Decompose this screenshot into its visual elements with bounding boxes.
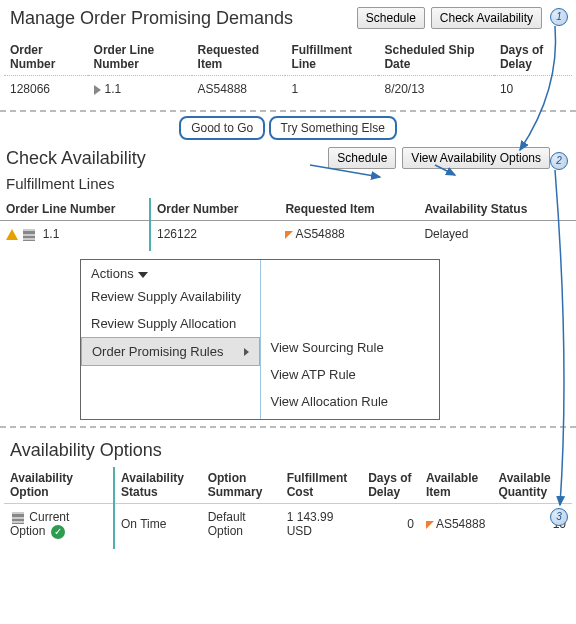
schedule-button[interactable]: Schedule [357, 7, 425, 29]
col-req-item: Requested Item [192, 39, 286, 76]
cell-fcost: 1 143.99 USD [281, 504, 362, 549]
availability-options-table: Availability Option Availability Status … [4, 467, 572, 549]
cell-fline: 1 [285, 76, 378, 107]
cell-ship-date: 8/20/13 [378, 76, 493, 107]
menu-order-promising-rules[interactable]: Order Promising Rules [81, 337, 260, 366]
cell-item: AS54888 [192, 76, 286, 107]
callout-2: 2 [550, 152, 568, 170]
col-ship-date: Scheduled Ship Date [378, 39, 493, 76]
actions-menu-header[interactable]: Actions [81, 264, 260, 283]
cell-on: 126122 [150, 221, 279, 252]
demands-table: Order Number Order Line Number Requested… [4, 39, 572, 106]
view-availability-options-button[interactable]: View Availability Options [402, 147, 550, 169]
flag-icon [285, 231, 293, 239]
chevron-down-icon [138, 272, 148, 278]
good-to-go-bubble: Good to Go [179, 116, 265, 140]
cell-astatus: On Time [114, 504, 202, 549]
col-as: Availability Status [418, 198, 576, 221]
submenu-view-allocation-rule[interactable]: View Allocation Rule [261, 388, 440, 415]
submenu-view-sourcing-rule[interactable]: View Sourcing Rule [261, 334, 440, 361]
annotation-row: Good to Go Try Something Else [0, 116, 576, 140]
fulfillment-table: Order Line Number Order Number Requested… [0, 198, 576, 251]
expand-icon[interactable] [94, 85, 101, 95]
warning-icon [6, 229, 18, 240]
cell-ao: Current Option ✓ [4, 504, 114, 549]
col-fcost: Fulfillment Cost [281, 467, 362, 504]
fulfillment-lines-title: Fulfillment Lines [6, 175, 576, 192]
try-else-bubble: Try Something Else [269, 116, 397, 140]
cell-delay: 10 [494, 76, 572, 107]
callout-3: 3 [550, 508, 568, 526]
col-ao: Availability Option [4, 467, 114, 504]
document-icon [23, 229, 35, 241]
cell-ri: AS54888 [279, 221, 418, 252]
schedule-button-2[interactable]: Schedule [328, 147, 396, 169]
callout-1: 1 [550, 8, 568, 26]
document-icon [12, 512, 24, 524]
col-order-line: Order Line Number [88, 39, 192, 76]
cell-aitem: AS54888 [420, 504, 492, 549]
cell-as: Delayed [418, 221, 576, 252]
col-fulfillment-line: Fulfillment Line [285, 39, 378, 76]
check-availability-panel: Check Availability Schedule View Availab… [0, 142, 576, 420]
table-row[interactable]: 1.1 126122 AS54888 Delayed [0, 221, 576, 252]
panel1-title: Manage Order Promising Demands [10, 8, 293, 29]
col-dod: Days of Delay [362, 467, 420, 504]
col-days-delay: Days of Delay [494, 39, 572, 76]
cell-oln: 1.1 [0, 221, 150, 252]
col-aqty: Available Quantity [492, 467, 572, 504]
check-availability-button[interactable]: Check Availability [431, 7, 542, 29]
availability-options-panel: Availability Options Availability Option… [0, 432, 576, 551]
flag-icon [426, 521, 434, 529]
col-ri: Requested Item [279, 198, 418, 221]
menu-review-supply-avail[interactable]: Review Supply Availability [81, 283, 260, 310]
manage-order-panel: Manage Order Promising Demands Schedule … [0, 0, 576, 106]
submenu-view-atp-rule[interactable]: View ATP Rule [261, 361, 440, 388]
divider [0, 426, 576, 428]
cell-osummary: Default Option [202, 504, 281, 549]
chevron-right-icon [244, 348, 249, 356]
cell-order-line: 1.1 [88, 76, 192, 107]
table-row[interactable]: 128066 1.1 AS54888 1 8/20/13 10 [4, 76, 572, 107]
actions-menu: Actions Review Supply Availability Revie… [80, 259, 440, 420]
col-order-number: Order Number [4, 39, 88, 76]
panel3-title: Availability Options [10, 440, 572, 461]
col-astatus: Availability Status [114, 467, 202, 504]
table-row[interactable]: Current Option ✓ On Time Default Option … [4, 504, 572, 549]
cell-dod: 0 [362, 504, 420, 549]
menu-review-supply-alloc[interactable]: Review Supply Allocation [81, 310, 260, 337]
col-on: Order Number [150, 198, 279, 221]
col-oln: Order Line Number [0, 198, 150, 221]
divider [0, 110, 576, 112]
check-circle-icon: ✓ [51, 525, 65, 539]
col-aitem: Available Item [420, 467, 492, 504]
panel2-title: Check Availability [6, 148, 146, 169]
cell-order-number: 128066 [4, 76, 88, 107]
col-osummary: Option Summary [202, 467, 281, 504]
